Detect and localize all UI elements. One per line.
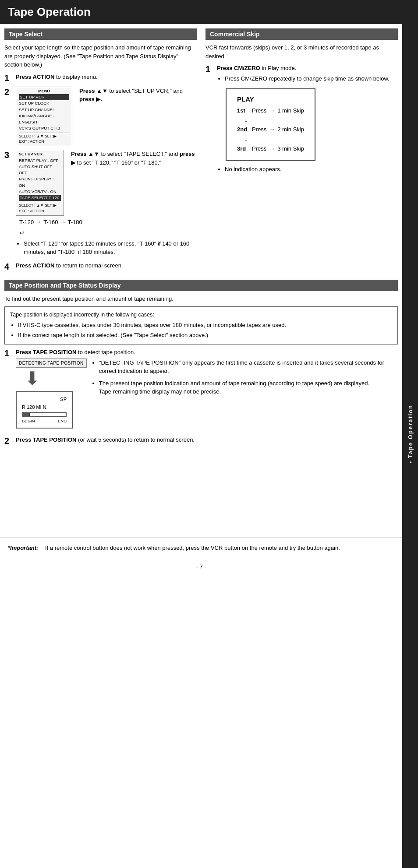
step3-num: 3 (4, 150, 14, 160)
vcr-display: SP R 120 MI N. BEGIN END (16, 391, 73, 429)
step4-num: 4 (4, 261, 14, 272)
tape-position-section: Tape Position and Tape Status Display To… (0, 280, 402, 446)
tape-select-intro: Select your tape length so the tape posi… (4, 43, 197, 69)
page-number: - 7 - (0, 559, 402, 574)
tape-select-step1: 1 Press ACTION to display menu. (4, 73, 197, 83)
step1-text: Press ACTION to display menu. (16, 74, 98, 80)
important-label: *Important: (8, 545, 38, 551)
tape-pos-step1: 1 Press TAPE POSITION to detect tape pos… (4, 348, 398, 432)
skip-diagram: PLAY 1st Press → 1 min Skip ↓ 2nd Press … (226, 88, 315, 161)
commercial-skip-section: Commercial Skip VCR fast forwards (skips… (201, 24, 398, 275)
tape-pos-step2: 2 Press TAPE POSITION (or wait 5 seconds… (4, 436, 398, 446)
step2-instruction: Press ▲▼ to select "SET UP VCR," and pre… (79, 87, 197, 104)
important-text: If a remote control button does not work… (45, 545, 340, 551)
commercial-skip-intro: VCR fast forwards (skips) over 1, 2, or … (205, 43, 398, 60)
down-arrow-graphic: ⬇ (25, 369, 87, 388)
commercial-skip-header: Commercial Skip (205, 28, 398, 40)
tape-select-step2: 2 MENU SET UP VCR SET UP CLOCK SET UP CH… (4, 87, 197, 147)
tape-position-header: Tape Position and Tape Status Display (4, 280, 398, 291)
tape-position-intro: To find out the present tape position an… (4, 295, 398, 303)
step3-bullets: Select "T-120" for tapes 120 minutes or … (16, 239, 197, 257)
tape-select-step4: 4 Press ACTION to return to normal scree… (4, 261, 197, 272)
tape-select-step3: 3 SET UP VCR REPEAT PLAY : OFF AUTO SHUT… (4, 150, 197, 258)
step2-num: 2 (4, 87, 14, 97)
step3-instruction: Press ▲▼ to select "TAPE SELECT," and pr… (71, 150, 197, 167)
step1-num: 1 (4, 73, 14, 83)
step3-menu: SET UP VCR REPEAT PLAY : OFF AUTO SHUT-O… (16, 150, 64, 216)
side-tab: • Tape Operation (402, 0, 418, 868)
tape-arrow-diagram: T-120 → T-160 → T-180 (19, 218, 197, 227)
page-title: Tape Operation (0, 0, 402, 24)
warning-box: Tape position is displayed incorrectly i… (4, 306, 398, 344)
commercial-step1: 1 Press CM/ZERO in Play mode. Press CM/Z… (205, 64, 398, 175)
step2-menu: MENU SET UP VCR SET UP CLOCK SET UP CHAN… (16, 87, 72, 147)
side-tab-label: • Tape Operation (407, 404, 414, 464)
tape-select-header: Tape Select (4, 28, 197, 40)
tape-select-section: Tape Select Select your tape length so t… (4, 24, 201, 275)
important-section: *Important: If a remote control button d… (0, 537, 402, 559)
